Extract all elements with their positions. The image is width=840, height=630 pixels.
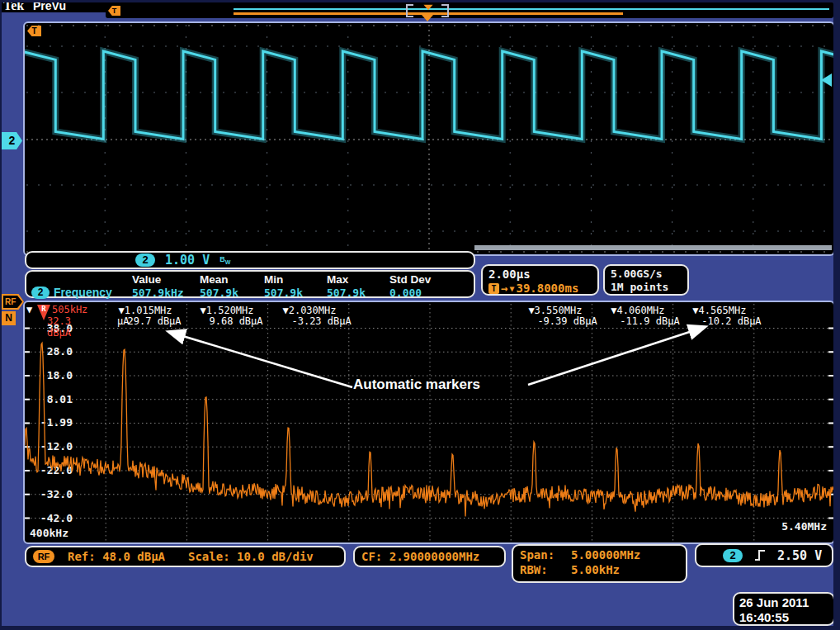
record-preview-line-ch2 xyxy=(234,8,829,10)
measurement-source-badge: 2 xyxy=(31,287,50,299)
column-header-mean: Mean xyxy=(200,273,264,286)
measurement-max: 507.9k xyxy=(327,287,389,299)
measurement-min: 507.9k xyxy=(264,287,327,299)
span-rbw-readout: Span: 5.00000MHz RBW: 5.00kHz xyxy=(512,544,687,583)
rf-spectrum-graticule: 38.028.018.08.01-1.99-12.0-22.0-32.0-42.… xyxy=(23,301,835,544)
rf-ref-level: Ref: 48.0 dBµA xyxy=(68,550,165,563)
spectrum-marker-label: ▼4.565MHz-10.2 dBµA xyxy=(692,306,761,327)
trigger-readout: 2 2.50 V xyxy=(695,543,833,567)
trigger-position-marker-icon xyxy=(422,15,433,21)
spectrum-stop-frequency: 5.40MHz xyxy=(781,520,827,533)
rf-channel-badge: RF xyxy=(2,294,24,310)
trigger-delay-readout: T → ▼ 39.8000ms xyxy=(488,282,597,295)
spectrum-marker-label: ▼2.030MHz-3.23 dBµA xyxy=(282,306,351,327)
rf-badge-oval: RF xyxy=(33,550,54,563)
rbw-value: 5.00kHz xyxy=(571,563,620,576)
overlapped-marker-amp-fragment: µA xyxy=(117,315,129,327)
measurement-stddev: 0.000 xyxy=(389,287,474,299)
trigger-level: 2.50 V xyxy=(777,548,822,563)
rf-normal-trace-badge: N xyxy=(2,311,16,325)
automatic-markers-annotation: Automatic markers xyxy=(353,377,480,393)
hidden-marker-triangle-icon: ▼ xyxy=(26,304,32,315)
acquisition-readout: 5.00GS/s 1M points xyxy=(603,264,689,296)
rf-scale: Scale: 10.0 dB/div xyxy=(188,550,314,563)
date: 26 Jun 2011 xyxy=(739,595,833,610)
spectrum-marker-label: ▼3.550MHz-9.39 dBµA xyxy=(528,306,597,327)
ch2-volts-per-div: 1.00 V xyxy=(165,253,210,268)
spectrum-markers-layer: ▼1.015MHz29.7 dBµA▼1.520MHz9.68 dBµA▼2.0… xyxy=(25,302,833,542)
column-header-min: Min xyxy=(264,273,327,286)
record-length: 1M points xyxy=(611,281,687,294)
time: 16:40:55 xyxy=(739,610,833,625)
frame-right xyxy=(833,0,840,630)
divider-bar xyxy=(474,245,832,250)
bandwidth-limit-icon: BW xyxy=(219,255,230,265)
ch2-waveform-plot xyxy=(25,23,833,254)
column-header-value: Value xyxy=(132,273,200,286)
measurement-mean: 507.9k xyxy=(200,287,264,299)
measurement-table: Value Mean Min Max Std Dev 2 Frequency 5… xyxy=(25,270,475,298)
ch2-ground-marker: 2 xyxy=(2,132,22,149)
reference-marker-amp: 32.3 dBµA xyxy=(47,315,71,339)
frame-top xyxy=(0,0,840,2)
acquisition-overview-bar: T xyxy=(106,2,833,18)
triangle-down-icon: ▼ xyxy=(509,284,514,293)
trigger-t-chip-icon: T xyxy=(488,283,499,294)
time-per-div: 2.00µs xyxy=(488,268,597,281)
spectrum-marker-label: ▼1.520MHz9.68 dBµA xyxy=(201,306,263,327)
datetime-readout: 26 Jun 2011 16:40:55 xyxy=(733,592,835,626)
reference-marker-freq: 505kHz xyxy=(52,304,87,315)
window-position-marker-icon xyxy=(423,5,432,10)
zoom-window-bracket-right xyxy=(441,4,449,17)
measurement-name: 2 Frequency xyxy=(31,286,132,299)
span-label: Span: xyxy=(520,548,571,561)
measurement-value: 507.9kHz xyxy=(132,287,200,299)
span-value: 5.00000MHz xyxy=(571,548,640,561)
column-header-max: Max xyxy=(327,273,389,286)
sample-rate: 5.00GS/s xyxy=(611,268,687,281)
frame-left xyxy=(0,0,2,630)
rising-edge-icon xyxy=(754,548,766,562)
arrow-right-icon: → xyxy=(501,282,507,295)
trigger-level-arrow-icon xyxy=(821,73,832,87)
oscilloscope-screen: Tek PreVu T T 2 2 1.00 V BW Value Mean M… xyxy=(0,0,840,630)
rf-level-readout: RF Ref: 48.0 dBµA Scale: 10.0 dB/div xyxy=(25,546,346,567)
column-header-stddev: Std Dev xyxy=(389,273,474,286)
zoom-window-bracket-left xyxy=(406,4,413,17)
trigger-t-icon: T xyxy=(108,6,120,16)
frame-bottom xyxy=(0,626,840,630)
rbw-label: RBW: xyxy=(520,563,571,576)
trigger-source-badge: 2 xyxy=(723,549,743,562)
ch2-badge: 2 xyxy=(135,253,155,267)
time-domain-graticule: T xyxy=(23,21,835,256)
spectrum-start-frequency: 400kHz xyxy=(30,527,68,539)
center-frequency-readout: CF: 2.90000000MHz xyxy=(353,546,506,567)
horizontal-scale-readout: 2.00µs T → ▼ 39.8000ms xyxy=(481,264,599,296)
spectrum-marker-label: ▼4.060MHz-11.9 dBµA xyxy=(611,306,679,327)
ch2-scale-readout: 2 1.00 V BW xyxy=(25,251,475,269)
